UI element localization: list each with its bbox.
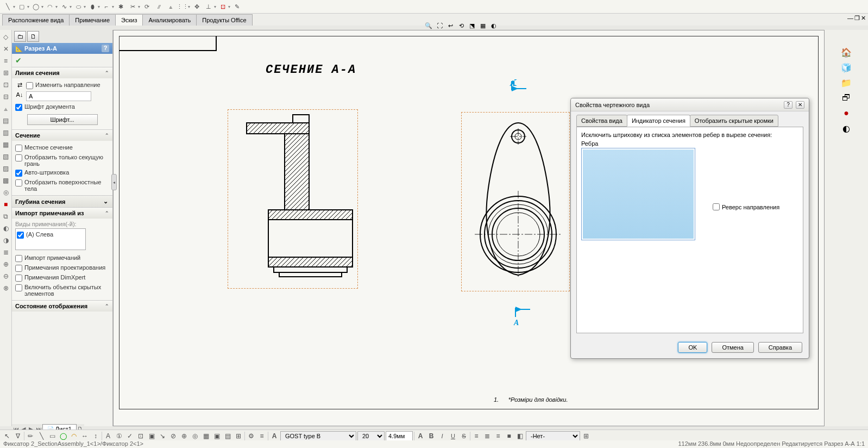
tool-icon[interactable]: ≡ [1,56,11,66]
dialog-titlebar[interactable]: Свойства чертежного вида ? ✕ [571,98,809,111]
display-state-header[interactable]: Состояние отображения ⌃ [12,301,112,312]
block-icon[interactable]: ▣ [212,431,222,441]
tool-icon[interactable]: ⟁ [1,104,11,114]
dropdown-icon[interactable]: ▾ [98,4,100,9]
circle-icon[interactable]: ◯ [30,1,41,12]
apply-scene-icon[interactable]: ◐ [489,21,499,30]
tab-sketch[interactable]: Эскиз [115,14,143,26]
change-direction-checkbox[interactable] [26,82,33,89]
feature-tree-tab[interactable]: 🗀 [14,31,26,42]
weld-icon[interactable]: ↘ [158,431,167,441]
import-annotations-header[interactable]: Импорт примечаний из ⌃ [12,208,112,219]
spline-icon[interactable]: ∿ [59,1,70,12]
dialog-tab-properties[interactable]: Свойства вида [576,115,627,127]
tool-icon[interactable]: ⊕ [1,259,11,269]
bom-icon[interactable]: ⊞ [234,431,243,441]
ok-button[interactable]: OK [678,342,707,353]
tool-icon[interactable]: ⊖ [1,271,11,281]
line-icon[interactable]: ╲ [36,431,46,441]
tool-icon[interactable]: ▤ [1,116,11,126]
fillet-icon[interactable]: ⌐ [101,1,112,12]
partial-section-checkbox[interactable] [15,145,22,152]
dropdown-icon[interactable]: ▾ [84,4,86,9]
tool-icon[interactable]: ◑ [1,235,11,245]
only-cut-checkbox[interactable] [15,154,22,161]
move-icon[interactable]: ✥ [191,1,202,12]
zoom-fit-icon[interactable]: 🔍 [424,21,433,30]
tab-office[interactable]: Продукты Office [196,14,252,26]
dropdown-icon[interactable]: ▾ [13,4,15,9]
dropdown-icon[interactable]: ▾ [41,4,43,9]
centerline-icon[interactable]: ⊕ [179,431,189,441]
minimize-icon[interactable]: — [847,15,853,22]
align-left-icon[interactable]: ≡ [471,431,481,441]
tool-icon[interactable]: ⊗ [1,283,11,293]
help-icon[interactable]: ? [102,45,109,52]
layer-manage-icon[interactable]: ⊞ [581,431,591,441]
dropdown-icon[interactable]: ▾ [214,4,216,9]
tool-icon[interactable]: ▥ [1,128,11,138]
section-header[interactable]: Сечение ⌃ [12,130,112,141]
note-icon[interactable]: A [103,431,113,441]
rectangle-icon[interactable]: ▢ [16,1,27,12]
tab-view-layout[interactable]: Расположение вида [2,14,70,26]
text-icon[interactable]: A [269,431,279,441]
maximize-icon[interactable]: ❐ [854,15,860,22]
rect-icon[interactable]: ▭ [47,431,57,441]
offset-icon[interactable]: ⫽ [153,1,164,12]
tool-icon[interactable]: ⊞ [1,68,11,78]
doc-font-checkbox[interactable] [15,104,22,111]
dimension-input[interactable] [386,431,413,441]
tool-icon[interactable]: ◎ [1,188,11,197]
section-depth-header[interactable]: Глубина сечения ⌄ [12,196,112,207]
point-icon[interactable]: ✱ [115,1,126,12]
select-icon[interactable]: ↖ [2,431,12,441]
dropdown-icon[interactable]: ▾ [55,4,58,9]
line-icon[interactable]: ╲ [2,1,13,12]
tool-icon[interactable]: ⊟ [1,92,11,102]
hidden-features-checkbox[interactable] [15,284,22,291]
view-palette-icon[interactable]: 🗗 [840,92,852,104]
prev-view-icon[interactable]: ↩ [445,21,455,30]
layer-select[interactable]: -Нет- [526,431,580,441]
mirror-icon[interactable]: ⟁ [165,1,176,12]
folder-icon[interactable]: 📁 [840,77,852,89]
surface-bodies-checkbox[interactable] [15,179,22,186]
italic-icon[interactable]: B [426,431,436,441]
dialog-close-icon[interactable]: ✕ [796,101,804,109]
relations-icon[interactable]: ⊥ [203,1,214,12]
pattern-icon[interactable]: ⋮⋮ [177,1,188,12]
view-left-checkbox[interactable] [17,232,24,239]
ellipse-icon[interactable]: ⬭ [73,1,84,12]
tool-icon[interactable]: ▧ [1,152,11,161]
section-view-icon[interactable]: ⬔ [467,21,477,30]
filter-icon[interactable]: ∇ [13,431,23,441]
tool-icon[interactable]: ▩ [1,176,11,185]
dimxpert-checkbox[interactable] [15,275,22,282]
color-icon[interactable]: ■ [504,431,514,441]
font-size-select[interactable]: 20 [357,431,385,441]
arc-icon[interactable]: ◠ [45,1,55,12]
hole-callout-icon[interactable]: ⊘ [168,431,178,441]
tab-annotation[interactable]: Примечание [69,14,116,26]
rapid-sketch-icon[interactable]: ⊡ [217,1,228,12]
tool-icon[interactable]: ⊡ [1,80,11,90]
dropdown-icon[interactable]: ▾ [188,4,190,9]
dim-icon[interactable]: ↔ [80,431,90,441]
align-center-icon[interactable]: ≣ [482,431,492,441]
tab-evaluate[interactable]: Анализировать [142,14,197,26]
cancel-button[interactable]: Отмена [712,342,753,353]
align-icon[interactable]: ≡ [257,431,267,441]
font-name-select[interactable]: GOST type B [280,431,356,441]
section-line-header[interactable]: Линия сечения ⌃ [12,67,112,78]
flip-icon[interactable]: ⇄ [15,82,24,89]
tool-icon[interactable]: ■ [1,200,11,209]
tool-icon[interactable]: ◇ [1,32,11,42]
appearance-icon[interactable]: 🧊 [840,61,852,73]
dialog-tab-hidden-edges[interactable]: Отобразить скрытые кромки [690,115,778,127]
trim-icon[interactable]: ✂ [127,1,138,12]
gtol-icon[interactable]: ⊡ [136,431,146,441]
rotate-icon[interactable]: ⟲ [456,21,466,30]
tool-icon[interactable]: ◐ [1,223,11,233]
cosmetic-thread-icon[interactable]: ◎ [190,431,200,441]
